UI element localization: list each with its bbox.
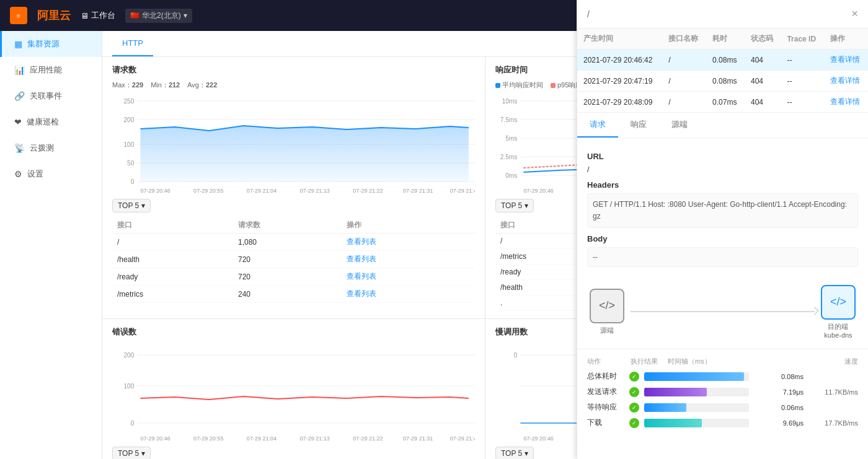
right-panel-header: / × bbox=[577, 0, 868, 28]
svg-text:07-29 21:04: 07-29 21:04 bbox=[247, 435, 277, 442]
avg-label: Avg：222 bbox=[187, 81, 217, 90]
svg-text:07-29 20:46: 07-29 20:46 bbox=[523, 435, 553, 442]
svg-text:07-29 20:55: 07-29 20:55 bbox=[193, 435, 223, 442]
table-row: /ready 720 查看列表 bbox=[112, 268, 475, 286]
tl-bar-download bbox=[644, 419, 749, 427]
right-panel-title: / bbox=[587, 9, 590, 19]
tl-result-total bbox=[629, 372, 639, 382]
url-label: URL bbox=[587, 152, 858, 161]
request-count-chart: 250 200 100 50 0 07-29 20:46 07-29 20:55… bbox=[112, 95, 475, 194]
timeline-section: 动作 执行结果 时间轴（ms） 速度 总体耗时 0.08ms 发送请求 bbox=[577, 349, 868, 440]
target-code-icon: </> bbox=[821, 285, 856, 320]
error-count-title: 错误数 bbox=[112, 326, 475, 338]
trace-row: 2021-07-29 20:48:09 / 0.07ms 404 -- 查看详情 bbox=[577, 92, 868, 113]
tl-action-total: 总体耗时 bbox=[587, 371, 624, 382]
sidebar-item-events[interactable]: 🔗 关联事件 bbox=[0, 83, 102, 109]
svg-text:07-29 20:46: 07-29 20:46 bbox=[140, 188, 170, 194]
hamburger-icon[interactable]: ≡ bbox=[10, 7, 27, 24]
col-action: 操作 bbox=[342, 217, 475, 234]
tl-bar-fill-send bbox=[644, 388, 707, 396]
tl-col-speed: 速度 bbox=[808, 357, 858, 366]
tab-request[interactable]: 请求 bbox=[577, 113, 618, 138]
right-panel-tabs: 请求 响应 源端 bbox=[577, 113, 868, 138]
sidebar-item-settings[interactable]: ⚙ 设置 bbox=[0, 161, 102, 187]
slow-top-select[interactable]: TOP 5 ▾ bbox=[495, 447, 534, 459]
view-list-link[interactable]: 查看列表 bbox=[347, 237, 376, 246]
request-count-title: 请求数 bbox=[112, 64, 475, 76]
svg-text:0: 0 bbox=[514, 352, 518, 359]
request-top-select[interactable]: TOP 5 ▾ bbox=[112, 199, 151, 212]
sidebar-item-health[interactable]: ❤ 健康巡检 bbox=[0, 109, 102, 135]
tl-bar-fill-download bbox=[644, 419, 702, 427]
response-top-select[interactable]: TOP 5 ▾ bbox=[495, 199, 534, 212]
headers-label: Headers bbox=[587, 180, 858, 190]
timeline-header: 动作 执行结果 时间轴（ms） 速度 bbox=[587, 357, 858, 366]
workbench-label: 🖥 工作台 bbox=[81, 10, 115, 21]
trace-row: 2021-07-29 20:46:42 / 0.08ms 404 -- 查看详情 bbox=[577, 50, 868, 71]
chevron-down-icon: ▾ bbox=[525, 201, 528, 210]
url-detail-section: URL / Headers GET / HTTP/1.1 Host: :8080… bbox=[577, 138, 868, 274]
sidebar: ‹ ▦ 集群资源 📊 应用性能 🔗 关联事件 ❤ 健康巡检 📡 云拨测 ⚙ 设置 bbox=[0, 31, 102, 459]
target-node-label: 目的端kube-dns bbox=[824, 322, 852, 339]
cloudtest-icon: 📡 bbox=[14, 143, 25, 153]
tl-action-send: 发送请求 bbox=[587, 387, 624, 397]
tl-bar-wait bbox=[644, 403, 749, 412]
svg-text:200: 200 bbox=[123, 352, 134, 359]
tl-col-result: 执行结果 bbox=[631, 357, 668, 366]
appperf-icon: 📊 bbox=[14, 65, 25, 75]
trace-detail-link[interactable]: 查看详情 bbox=[830, 76, 860, 85]
svg-text:07-29 21:40: 07-29 21:40 bbox=[450, 435, 475, 442]
timeline-row-wait: 等待响应 0.06ms bbox=[587, 402, 858, 413]
svg-text:100: 100 bbox=[123, 383, 134, 390]
svg-text:0ms: 0ms bbox=[505, 172, 517, 179]
sidebar-item-appperf[interactable]: 📊 应用性能 bbox=[0, 57, 102, 83]
min-label: Min：212 bbox=[151, 81, 180, 90]
source-code-icon: </> bbox=[590, 289, 624, 323]
arrow-head bbox=[810, 307, 819, 315]
tl-speed-download: 17.7KB/ms bbox=[808, 419, 858, 427]
svg-text:07-29 21:13: 07-29 21:13 bbox=[300, 435, 330, 442]
view-list-link[interactable]: 查看列表 bbox=[347, 272, 376, 281]
tab-response[interactable]: 响应 bbox=[618, 113, 659, 138]
view-list-link[interactable]: 查看列表 bbox=[347, 289, 376, 298]
timeline-row-total: 总体耗时 0.08ms bbox=[587, 371, 858, 382]
headers-value: GET / HTTP/1.1 Host: :8080 User-Agent: G… bbox=[587, 193, 858, 228]
col-duration: 耗时 bbox=[706, 28, 745, 50]
close-icon[interactable]: × bbox=[851, 7, 858, 20]
tl-bar-fill-total bbox=[644, 372, 744, 381]
trace-row: 2021-07-29 20:47:19 / 0.08ms 404 -- 查看详情 bbox=[577, 71, 868, 92]
table-row: / 1,080 查看列表 bbox=[112, 234, 475, 251]
tl-bar-total bbox=[644, 372, 749, 381]
tl-result-download bbox=[629, 418, 639, 428]
col-interface: 接口名称 bbox=[662, 28, 706, 50]
tl-val-send: 7.19μs bbox=[754, 388, 804, 396]
svg-text:07-29 21:22: 07-29 21:22 bbox=[353, 435, 383, 442]
svg-text:7.5ms: 7.5ms bbox=[500, 116, 517, 123]
source-node: </> 源端 bbox=[590, 289, 624, 335]
source-node-label: 源端 bbox=[600, 326, 614, 335]
svg-text:07-29 21:22: 07-29 21:22 bbox=[353, 188, 383, 194]
tl-val-total: 0.08ms bbox=[754, 373, 804, 380]
col-interface: 接口 bbox=[112, 217, 233, 234]
tl-action-download: 下载 bbox=[587, 417, 624, 428]
right-panel-body: URL / Headers GET / HTTP/1.1 Host: :8080… bbox=[577, 138, 868, 459]
error-top-select[interactable]: TOP 5 ▾ bbox=[112, 447, 151, 459]
events-icon: 🔗 bbox=[14, 91, 25, 101]
svg-text:10ms: 10ms bbox=[502, 98, 518, 105]
request-count-panel: 请求数 Max：229 Min：212 Avg：222 bbox=[102, 57, 485, 318]
svg-text:07-29 20:46: 07-29 20:46 bbox=[140, 435, 170, 442]
svg-text:50: 50 bbox=[127, 160, 135, 167]
view-list-link[interactable]: 查看列表 bbox=[347, 255, 376, 263]
tl-action-wait: 等待响应 bbox=[587, 402, 624, 413]
tab-http[interactable]: HTTP bbox=[112, 31, 153, 56]
max-label: Max：229 bbox=[112, 81, 143, 90]
trace-detail-link[interactable]: 查看详情 bbox=[830, 97, 860, 106]
tl-col-action: 动作 bbox=[587, 357, 631, 366]
trace-detail-link[interactable]: 查看详情 bbox=[830, 55, 860, 64]
avg-legend-dot bbox=[495, 83, 500, 88]
tab-source[interactable]: 源端 bbox=[659, 113, 700, 138]
sidebar-item-cluster[interactable]: ▦ 集群资源 bbox=[0, 31, 102, 57]
region-selector[interactable]: 🇨🇳 华北2(北京) ▾ bbox=[125, 9, 192, 23]
trace-table: 产生时间 接口名称 耗时 状态码 Trace ID 操作 2021-07-29 … bbox=[577, 28, 868, 113]
sidebar-item-cloudtest[interactable]: 📡 云拨测 bbox=[0, 135, 102, 161]
